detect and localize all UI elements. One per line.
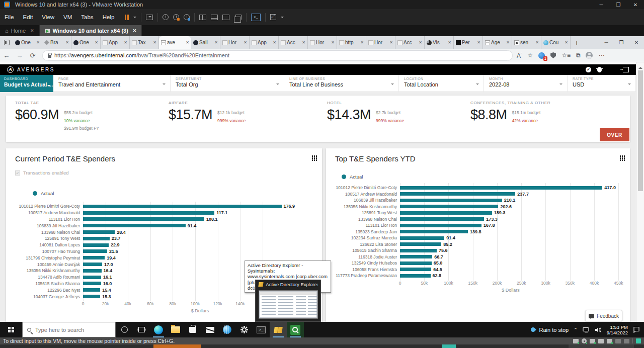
page-scrollbar[interactable]: [636, 62, 644, 322]
taskbar-app-search-tool[interactable]: [287, 322, 304, 337]
close-icon[interactable]: ✕: [389, 40, 393, 45]
close-button[interactable]: ✕: [627, 0, 644, 9]
fit-guest-icon[interactable]: [222, 15, 229, 20]
close-icon[interactable]: ✕: [30, 28, 34, 33]
bar[interactable]: [400, 262, 432, 265]
logout-icon[interactable]: [623, 67, 629, 72]
browser-tab[interactable]: Age✕: [483, 36, 512, 49]
read-aloud-icon[interactable]: Aˆ: [517, 52, 522, 59]
close-icon[interactable]: ✕: [360, 40, 364, 45]
vm-tab[interactable]: ⌂Home✕: [0, 25, 40, 36]
bar[interactable]: [83, 217, 204, 221]
volume-icon[interactable]: [595, 327, 602, 333]
dashboard-selector[interactable]: DASHBOARD Budget vs Actual ...: [0, 75, 53, 92]
forward-button[interactable]: →: [13, 52, 26, 59]
filter-line-of-business[interactable]: LINE OF BUSINESSTotal Line of Business: [284, 75, 399, 92]
bar[interactable]: [400, 199, 502, 202]
vmware-tools-icon[interactable]: [636, 338, 641, 343]
browser-minimize-button[interactable]: ─: [599, 36, 614, 49]
extension-icon[interactable]: 1: [538, 52, 545, 59]
network-icon[interactable]: [583, 327, 590, 333]
close-icon[interactable]: ✕: [477, 40, 480, 45]
taskbar-app-edge[interactable]: [150, 322, 167, 337]
browser-close-button[interactable]: ✕: [629, 36, 644, 49]
browser-tab[interactable]: App✕: [101, 36, 130, 49]
browser-tab[interactable]: Cou✕: [541, 36, 571, 49]
taskbar-search[interactable]: [22, 322, 116, 337]
bug-icon[interactable]: [597, 67, 602, 72]
close-icon[interactable]: ✕: [133, 28, 137, 33]
bar[interactable]: [400, 217, 484, 221]
close-icon[interactable]: ✕: [419, 40, 422, 45]
address-bar[interactable]: https://avengers.uberinternal.com/bva/Tr…: [42, 50, 513, 61]
browser-tab[interactable]: Bra✕: [42, 36, 71, 49]
cd-rom-icon[interactable]: [582, 338, 587, 343]
scroll-up-icon[interactable]: [638, 65, 642, 69]
bar[interactable]: [83, 295, 100, 298]
profile-avatar[interactable]: [586, 52, 593, 59]
refresh-button[interactable]: ⟳: [26, 52, 39, 59]
filter-page[interactable]: PAGETravel and Entertainment: [53, 75, 171, 92]
start-button[interactable]: [0, 322, 22, 337]
menu-edit[interactable]: Edit: [19, 9, 38, 25]
unity-mode-icon[interactable]: [235, 15, 242, 20]
printer-icon[interactable]: [598, 339, 604, 343]
taskbar-app-mail[interactable]: [201, 322, 218, 337]
taskbar-app-browser-globe[interactable]: [218, 322, 235, 337]
bar[interactable]: [83, 230, 115, 234]
browser-tab[interactable]: http✕: [337, 36, 366, 49]
close-icon[interactable]: ✕: [273, 40, 276, 45]
filter-month[interactable]: MONTH2022-08: [484, 75, 568, 92]
menu-file[interactable]: File: [0, 9, 19, 25]
close-icon[interactable]: ✕: [186, 40, 189, 45]
bar[interactable]: [400, 230, 468, 233]
usb-device-icon[interactable]: [615, 339, 621, 343]
browser-tab[interactable]: One✕: [13, 36, 42, 49]
close-icon[interactable]: ✕: [244, 40, 247, 45]
browser-tab[interactable]: Tax✕: [130, 36, 159, 49]
bar[interactable]: [83, 288, 100, 292]
favorites-bar-icon[interactable]: ☆≡: [561, 52, 571, 58]
close-icon[interactable]: ✕: [565, 40, 568, 45]
taskbar-app-file-explorer[interactable]: [167, 322, 184, 337]
close-icon[interactable]: ✕: [124, 40, 127, 45]
vm-tab[interactable]: Windows 10 and later x64 (3)✕: [40, 25, 142, 36]
bar[interactable]: [83, 276, 101, 279]
new-tab-button[interactable]: +: [571, 36, 583, 49]
clock[interactable]: 1:53 PM 9/14/2022: [607, 324, 628, 335]
bar[interactable]: [400, 186, 602, 190]
console-view-icon[interactable]: >_: [251, 14, 261, 21]
browser-tab[interactable]: Hor✕: [220, 36, 250, 49]
bar[interactable]: [400, 192, 515, 196]
browser-tab[interactable]: sen✕: [512, 36, 541, 49]
close-icon[interactable]: ✕: [65, 40, 69, 45]
bar[interactable]: [400, 205, 498, 208]
browser-tab[interactable]: Acc✕: [279, 36, 308, 49]
bar[interactable]: [83, 243, 109, 247]
preview-screenshot[interactable]: [259, 290, 318, 319]
filter-department[interactable]: DEPARTMENTTotal Org: [171, 75, 284, 92]
close-icon[interactable]: ✕: [153, 40, 156, 45]
taskbar-thumbnail-preview[interactable]: Active Directory Explorer - ...: [255, 280, 321, 322]
browser-tab[interactable]: Vis✕: [425, 36, 454, 49]
minimize-button[interactable]: ─: [593, 0, 610, 9]
taskbar-app-store[interactable]: [184, 322, 201, 337]
show-thumbnail-bar-icon[interactable]: [211, 15, 218, 20]
cortana-button[interactable]: [116, 322, 133, 337]
close-icon[interactable]: ✕: [36, 40, 40, 45]
taskbar-app-ad-explorer[interactable]: [270, 322, 287, 337]
task-view-button[interactable]: [133, 322, 150, 337]
check-circle-icon[interactable]: ✓: [586, 67, 591, 72]
browser-essentials-icon[interactable]: [550, 52, 556, 58]
bar[interactable]: [400, 249, 437, 252]
close-icon[interactable]: ✕: [331, 40, 335, 45]
favorites-icon[interactable]: ☆: [527, 52, 533, 58]
sound-icon[interactable]: [607, 339, 612, 343]
filter-location[interactable]: LOCATIONTotal Location: [399, 75, 484, 92]
bar[interactable]: [400, 255, 432, 258]
bar[interactable]: [83, 282, 101, 285]
shared-folder-icon[interactable]: [624, 339, 629, 343]
snapshot-manager-icon[interactable]: [184, 14, 190, 20]
menu-help[interactable]: Help: [98, 9, 119, 25]
filter-rate-type[interactable]: RATE TYPEUSD: [568, 75, 636, 92]
